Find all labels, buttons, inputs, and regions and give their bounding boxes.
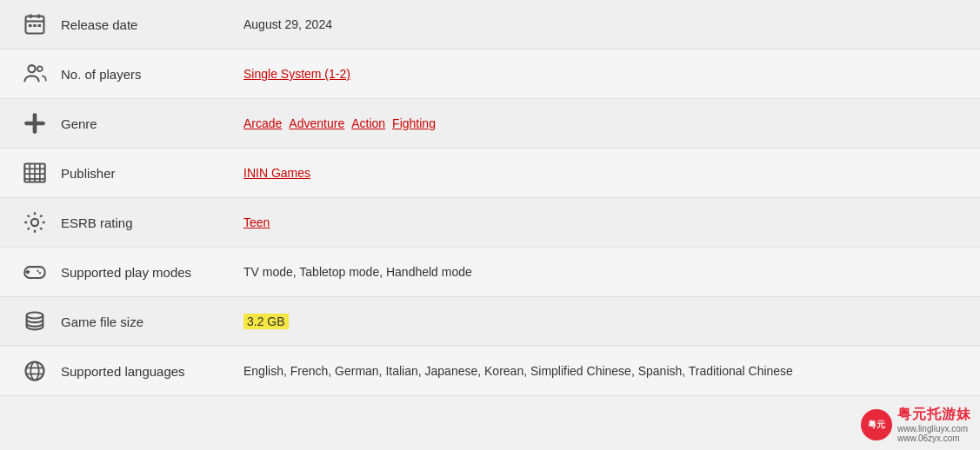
genre-label: Genre — [52, 116, 243, 131]
esrb-value-cell: Teen — [243, 215, 963, 229]
svg-point-23 — [37, 270, 38, 272]
file-size-highlight: 3.2 GB — [243, 314, 289, 329]
watermark-logo: 粤元 — [861, 409, 892, 440]
esrb-icon — [17, 210, 52, 235]
watermark-url1: www.lingliuyx.com — [897, 424, 968, 433]
row-file-size: Game file size 3.2 GB — [0, 297, 980, 347]
esrb-link[interactable]: Teen — [243, 215, 270, 229]
row-esrb: ESRB rating Teen — [0, 198, 980, 248]
genre-link[interactable]: Action — [351, 116, 385, 130]
row-release-date: Release date August 29, 2024 — [0, 0, 980, 50]
play-modes-icon — [17, 260, 52, 284]
watermark-cn: 粤元托游妹 — [897, 406, 971, 424]
release-date-value-cell: August 29, 2024 — [243, 17, 963, 31]
languages-value: English, French, German, Italian, Japane… — [243, 364, 793, 378]
file-size-icon — [17, 309, 52, 334]
watermark-url2: www.06zyx.com — [897, 433, 960, 443]
genre-link[interactable]: Fighting — [392, 116, 436, 130]
languages-icon — [17, 359, 52, 383]
genre-icon — [17, 111, 52, 136]
row-genre: Genre ArcadeAdventureActionFighting — [0, 99, 980, 149]
svg-rect-4 — [29, 24, 32, 27]
play-modes-label: Supported play modes — [52, 265, 243, 280]
row-languages: Supported languages English, French, Ger… — [0, 347, 980, 396]
languages-value-cell: English, French, German, Italian, Japane… — [243, 364, 963, 378]
players-label: No. of players — [52, 67, 243, 82]
esrb-label: ESRB rating — [52, 215, 243, 230]
svg-point-25 — [27, 313, 43, 319]
publisher-value-cell: ININ Games — [243, 166, 963, 180]
publisher-link[interactable]: ININ Games — [243, 166, 310, 180]
genre-value-cell: ArcadeAdventureActionFighting — [243, 116, 963, 130]
genre-link[interactable]: Arcade — [243, 116, 282, 130]
row-play-modes: Supported play modes TV mode, Tabletop m… — [0, 248, 980, 297]
release-date-label: Release date — [52, 17, 243, 32]
release-date-value: August 29, 2024 — [243, 17, 332, 31]
genre-link[interactable]: Adventure — [289, 116, 344, 130]
players-icon — [17, 62, 52, 86]
svg-rect-10 — [24, 122, 44, 126]
row-publisher: Publisher ININ Games — [0, 149, 980, 198]
svg-point-24 — [39, 272, 41, 274]
languages-label: Supported languages — [52, 364, 243, 379]
row-players: No. of players Single System (1-2) — [0, 50, 980, 99]
publisher-label: Publisher — [52, 166, 243, 181]
play-modes-value-cell: TV mode, Tabletop mode, Handheld mode — [243, 265, 963, 279]
publisher-icon — [17, 161, 52, 185]
svg-point-8 — [37, 66, 43, 71]
svg-point-27 — [30, 362, 38, 381]
file-size-value-cell: 3.2 GB — [243, 314, 963, 328]
play-modes-value: TV mode, Tabletop mode, Handheld mode — [243, 265, 472, 279]
players-link[interactable]: Single System (1-2) — [243, 67, 350, 81]
release-date-icon — [17, 12, 52, 36]
watermark: 粤元 粤元托游妹 www.lingliuyx.com www.06zyx.com — [861, 406, 971, 443]
svg-rect-5 — [33, 24, 37, 27]
players-value-cell: Single System (1-2) — [243, 67, 963, 81]
info-container: Release date August 29, 2024 No. of play… — [0, 0, 980, 396]
svg-rect-6 — [38, 24, 42, 27]
file-size-label: Game file size — [52, 314, 243, 329]
svg-point-7 — [28, 65, 35, 72]
svg-point-18 — [31, 219, 38, 226]
svg-point-26 — [26, 362, 44, 381]
